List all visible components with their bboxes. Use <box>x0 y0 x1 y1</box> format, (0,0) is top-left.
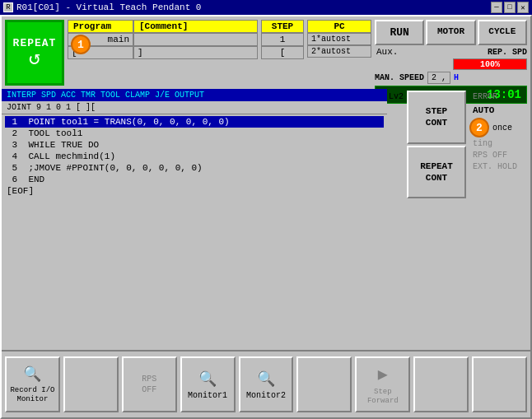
program-section: Program [Comment] main [ ] 1 <box>68 20 258 59</box>
code-line-5[interactable]: 5 ;JMOVE #PPOINT(0, 0, 0, 0, 0, 0) <box>5 162 384 174</box>
step-forward-icon: ▶ <box>378 364 388 384</box>
repeat-icon: ↺ <box>29 49 40 69</box>
joint-line: JOINT 9 1 0 1 [ ][ <box>2 101 387 114</box>
code-line-1[interactable]: 1 POINT tool1 = TRANS(0, 0, 0, 0, 0, 0) <box>5 116 384 128</box>
app-icon: R <box>3 2 13 12</box>
ting-label: ting <box>469 138 529 149</box>
step-section: STEP 1 [ <box>261 20 304 59</box>
pc-value-1: 1*autost <box>307 33 371 45</box>
ext-hold-status: EXT. HOLD <box>469 161 529 172</box>
code-line-2[interactable]: 2 TOOL tool1 <box>5 128 384 139</box>
step-forward-button[interactable]: ▶ Step Forward <box>355 356 410 412</box>
pc-value-2: 2*autost <box>307 45 371 58</box>
code-line-6[interactable]: 6 END <box>5 174 384 185</box>
title-bar-left: R R01[C01] - Virtual Teach Pendant 0 <box>3 2 201 12</box>
man-speed-row: MAN. SPEED 2 , H <box>375 72 527 84</box>
aux-row: Aux. REP. SPD <box>375 47 527 57</box>
maximize-button[interactable]: □ <box>504 2 516 13</box>
monitor2-button[interactable]: 🔍 Monitor2 <box>239 356 294 412</box>
prog-header: Program [Comment] <box>68 20 258 33</box>
rps-label: RPS <box>142 375 156 384</box>
prog-value-row: main <box>68 33 258 46</box>
man-speed-h: H <box>454 73 459 82</box>
rps-off-status: RPS OFF <box>469 150 529 161</box>
code-line-eof: [EOF] <box>5 185 384 197</box>
prog-bracket-row: [ ] <box>68 46 258 59</box>
repeat-cont-button[interactable]: REPEATCONT <box>407 146 466 199</box>
step-label: STEP <box>261 20 304 33</box>
right-status-panel: ERROR AUTO 2 once ting RPS OFF EXT. HOLD <box>468 89 530 350</box>
badge-1: 1 <box>71 35 91 54</box>
repeat-button[interactable]: REPEAT ↺ <box>5 20 64 86</box>
rps-off-button[interactable]: RPS OFF <box>122 356 177 412</box>
monitor1-icon: 🔍 <box>198 370 217 388</box>
rep-spd-label: REP. SPD <box>488 48 527 57</box>
close-button[interactable]: ✕ <box>517 2 529 13</box>
step-cont-button[interactable]: STEPCONT <box>407 91 466 144</box>
bottom-toolbar: 🔍 Record I/O Monitor RPS OFF 🔍 Monitor1 … <box>2 350 530 417</box>
man-speed-value: 2 , <box>427 72 450 84</box>
speed-bar-row: 100% <box>375 58 527 70</box>
top-buttons-row: RUN MOTOR CYCLE <box>375 20 527 45</box>
empty-btn-3[interactable] <box>413 356 469 412</box>
comment-label: [Comment] <box>133 20 258 33</box>
aux-label: Aux. <box>375 47 398 57</box>
auto-status: AUTO <box>469 104 529 117</box>
title-bar: R R01[C01] - Virtual Teach Pendant 0 ─ □… <box>0 0 532 15</box>
code-line-4[interactable]: 4 CALL mechmind(1) <box>5 151 384 162</box>
lv2-label: Lv2 <box>387 89 405 350</box>
step-value: 1 <box>261 33 304 46</box>
bracket-right: ] <box>133 46 258 59</box>
pc-section: PC 1*autost 2*autost <box>307 20 371 58</box>
motor-button[interactable]: MOTOR <box>426 20 475 45</box>
record-io-label: Record I/O Monitor <box>7 386 58 404</box>
comment-value <box>133 33 258 46</box>
top-row: REPEAT ↺ Program [Comment] main [ ] 1 ST… <box>2 16 530 89</box>
empty-btn-4[interactable] <box>472 356 527 412</box>
empty-btn-1[interactable] <box>63 356 119 412</box>
once-label: once <box>492 123 512 133</box>
record-io-icon: 🔍 <box>23 365 41 383</box>
step-forward-label: Step Forward <box>357 388 408 406</box>
monitor1-button[interactable]: 🔍 Monitor1 <box>180 356 236 412</box>
error-status: ERROR <box>469 91 529 103</box>
pc-label: PC <box>307 20 371 33</box>
off-label: OFF <box>142 385 156 394</box>
step-bracket: [ <box>261 46 304 59</box>
interp-bar: INTERP SPD ACC TMR TOOL CLAMP J/E OUTPUT <box>2 89 387 101</box>
title-text: R01[C01] - Virtual Teach Pendant 0 <box>16 2 201 12</box>
badge-2: 2 <box>469 118 489 137</box>
code-area: INTERP SPD ACC TMR TOOL CLAMP J/E OUTPUT… <box>2 89 387 350</box>
speed-bar: 100% <box>453 58 527 70</box>
program-label: Program <box>68 20 133 33</box>
title-bar-buttons: ─ □ ✕ <box>491 2 529 13</box>
cycle-button[interactable]: CYCLE <box>478 20 527 45</box>
empty-btn-2[interactable] <box>296 356 352 412</box>
monitor2-icon: 🔍 <box>257 370 275 388</box>
middle-section: INTERP SPD ACC TMR TOOL CLAMP J/E OUTPUT… <box>2 89 530 350</box>
step-cont-panel: STEPCONT REPEATCONT <box>405 89 468 350</box>
run-button[interactable]: RUN <box>375 20 424 45</box>
record-io-button[interactable]: 🔍 Record I/O Monitor <box>5 356 60 412</box>
code-lines: 1 POINT tool1 = TRANS(0, 0, 0, 0, 0, 0) … <box>2 114 387 350</box>
minimize-button[interactable]: ─ <box>491 2 502 13</box>
monitor2-label: Monitor2 <box>246 391 286 400</box>
main-window: REPEAT ↺ Program [Comment] main [ ] 1 ST… <box>0 15 532 419</box>
code-line-3[interactable]: 3 WHILE TRUE DO <box>5 139 384 151</box>
badge2-row: 2 once <box>469 118 529 137</box>
man-speed-label: MAN. SPEED <box>375 73 424 82</box>
monitor1-label: Monitor1 <box>188 391 227 400</box>
